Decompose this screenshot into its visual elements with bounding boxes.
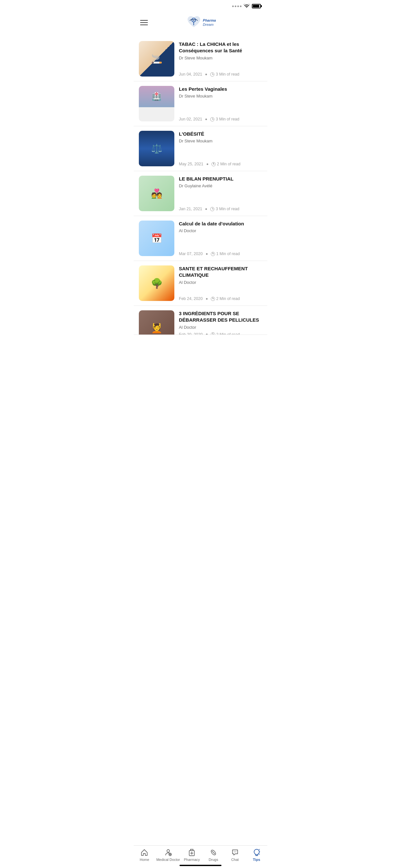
article-title: 3 INGRÉDIENTS POUR SE DÉBARRASSER DES PE… [179, 310, 262, 323]
article-title: SANTE ET RECHAUFFEMENT CLIMATIQUE [179, 266, 262, 279]
article-author: Dr Guylaine Avélé [179, 183, 262, 188]
article-read-time: 2 Min of read [212, 162, 241, 166]
article-thumbnail [139, 266, 174, 301]
article-thumbnail [139, 310, 174, 335]
meta-separator [207, 163, 208, 165]
article-thumbnail [139, 86, 174, 121]
article-thumbnail [139, 176, 174, 211]
meta-separator [205, 119, 207, 120]
article-card[interactable]: L'OBÉSITÉ Dr Steve Moukam May 25, 2021 2… [134, 126, 267, 171]
article-info: 3 INGRÉDIENTS POUR SE DÉBARRASSER DES PE… [179, 310, 262, 330]
article-meta: Jun 04, 2021 3 Min of read [179, 72, 262, 76]
article-card[interactable]: 3 INGRÉDIENTS POUR SE DÉBARRASSER DES PE… [134, 306, 267, 335]
article-read-time: 3 Min of read [210, 72, 239, 76]
status-bar [134, 0, 267, 10]
app-header: Pharma Dream [134, 10, 267, 36]
article-date: Feb 20, 2020 [179, 332, 203, 335]
clock-icon [210, 72, 214, 76]
meta-separator [205, 73, 207, 75]
article-author: Dr Steve Moukam [179, 56, 262, 60]
article-date: Jan 21, 2021 [179, 207, 202, 211]
article-date: Jun 02, 2021 [179, 117, 202, 121]
logo-icon [185, 13, 203, 31]
article-read-time: 2 Min of read [211, 297, 240, 301]
article-meta: May 25, 2021 2 Min of read [179, 162, 262, 166]
articles-list: TABAC : La CHICHA et les Conséquences su… [134, 36, 267, 361]
article-title: TABAC : La CHICHA et les Conséquences su… [179, 41, 262, 54]
article-title: L'OBÉSITÉ [179, 131, 262, 137]
app-logo: Pharma Dream [185, 13, 216, 31]
article-thumbnail [139, 221, 174, 256]
meta-separator [206, 298, 208, 300]
meta-separator [206, 253, 208, 255]
article-card[interactable]: Les Pertes Vaginales Dr Steve Moukam Jun… [134, 82, 267, 126]
article-info: L'OBÉSITÉ Dr Steve Moukam May 25, 2021 2… [179, 131, 262, 166]
article-date: Jun 04, 2021 [179, 72, 202, 76]
article-meta: Feb 20, 2020 2 Min of read [179, 332, 262, 335]
hamburger-button[interactable] [140, 20, 148, 25]
article-info: LE BILAN PRENUPTIAL Dr Guylaine Avélé Ja… [179, 176, 262, 211]
article-card[interactable]: SANTE ET RECHAUFFEMENT CLIMATIQUE Al Doc… [134, 261, 267, 306]
article-title: Les Pertes Vaginales [179, 86, 262, 92]
article-author: Al Doctor [179, 280, 262, 285]
clock-icon [210, 207, 214, 211]
article-meta: Jan 21, 2021 3 Min of read [179, 207, 262, 211]
article-card[interactable]: LE BILAN PRENUPTIAL Dr Guylaine Avélé Ja… [134, 171, 267, 216]
article-thumbnail [139, 131, 174, 166]
meta-separator [206, 334, 208, 335]
article-thumbnail [139, 41, 174, 76]
article-read-time: 3 Min of read [210, 207, 239, 211]
article-read-time: 2 Min of read [211, 332, 240, 335]
article-author: Dr Steve Moukam [179, 94, 262, 98]
status-icons [232, 4, 261, 8]
clock-icon [211, 252, 215, 256]
article-date: Mar 07, 2020 [179, 252, 203, 256]
article-author: Dr Steve Moukam [179, 138, 262, 144]
article-info: SANTE ET RECHAUFFEMENT CLIMATIQUE Al Doc… [179, 266, 262, 301]
clock-icon [210, 117, 214, 121]
meta-separator [205, 208, 207, 210]
article-card[interactable]: Calcul de la date d'ovulation Al Doctor … [134, 216, 267, 261]
article-author: Al Doctor [179, 228, 262, 233]
article-read-time: 1 Min of read [211, 252, 240, 256]
article-meta: Jun 02, 2021 3 Min of read [179, 117, 262, 121]
article-author: Al Doctor [179, 325, 262, 330]
article-title: Calcul de la date d'ovulation [179, 221, 262, 227]
clock-icon [211, 297, 215, 301]
article-meta: Feb 24, 2020 2 Min of read [179, 297, 262, 301]
article-info: Calcul de la date d'ovulation Al Doctor … [179, 221, 262, 256]
signal-icon [232, 5, 242, 7]
wifi-icon [243, 4, 250, 8]
article-card[interactable]: TABAC : La CHICHA et les Conséquences su… [134, 36, 267, 82]
clock-icon [211, 332, 215, 335]
article-date: May 25, 2021 [179, 162, 204, 166]
article-title: LE BILAN PRENUPTIAL [179, 176, 262, 182]
article-read-time: 3 Min of read [210, 117, 239, 121]
article-info: Les Pertes Vaginales Dr Steve Moukam Jun… [179, 86, 262, 121]
clock-icon [212, 162, 216, 166]
article-meta: Mar 07, 2020 1 Min of read [179, 252, 262, 256]
article-info: TABAC : La CHICHA et les Conséquences su… [179, 41, 262, 76]
article-date: Feb 24, 2020 [179, 297, 203, 301]
battery-icon [252, 4, 261, 8]
